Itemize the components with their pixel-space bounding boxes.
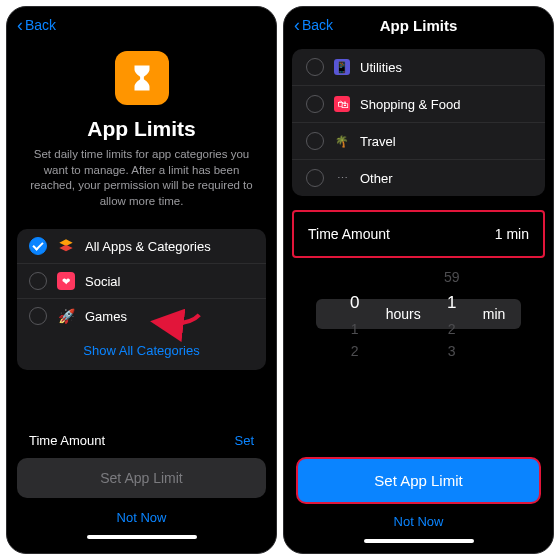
- picker-dim: 2: [328, 340, 382, 362]
- minutes-value: 1: [425, 288, 479, 318]
- category-row-other[interactable]: ⋯ Other: [292, 159, 545, 196]
- time-amount-row[interactable]: Time Amount 1 min: [292, 210, 545, 258]
- hours-value: 0: [328, 288, 382, 318]
- time-amount-row[interactable]: Time Amount Set: [17, 427, 266, 458]
- back-button[interactable]: ‹ Back: [17, 16, 56, 34]
- category-label: Utilities: [360, 60, 402, 75]
- not-now-link[interactable]: Not Now: [290, 512, 547, 533]
- nav-bar: ‹ Back: [7, 7, 276, 43]
- content: 📱 Utilities 🛍 Shopping & Food 🌴 Travel ⋯…: [284, 43, 553, 553]
- picker-dim: 59: [425, 266, 479, 288]
- other-icon: ⋯: [334, 170, 350, 186]
- footer: Time Amount Set Set App Limit Not Now: [7, 417, 276, 553]
- show-all-categories-link[interactable]: Show All Categories: [17, 333, 266, 370]
- not-now-link[interactable]: Not Now: [17, 508, 266, 529]
- radio-icon: [306, 169, 324, 187]
- page-title: App Limits: [25, 117, 258, 141]
- time-amount-value: 1 min: [495, 226, 529, 242]
- page-subtitle: Set daily time limits for app categories…: [25, 147, 258, 209]
- category-row-social[interactable]: ❤ Social: [17, 263, 266, 298]
- set-app-limit-button[interactable]: Set App Limit: [296, 457, 541, 504]
- home-indicator[interactable]: [364, 539, 474, 543]
- games-icon: 🚀: [57, 307, 75, 325]
- content: App Limits Set daily time limits for app…: [7, 43, 276, 553]
- hero: App Limits Set daily time limits for app…: [7, 43, 276, 221]
- back-label: Back: [25, 17, 56, 33]
- radio-icon: [306, 58, 324, 76]
- minutes-label: min: [479, 306, 510, 322]
- category-row-travel[interactable]: 🌴 Travel: [292, 122, 545, 159]
- category-label: Travel: [360, 134, 396, 149]
- time-set-link[interactable]: Set: [234, 433, 254, 448]
- category-row-games[interactable]: 🚀 Games: [17, 298, 266, 333]
- travel-icon: 🌴: [334, 133, 350, 149]
- radio-icon: [306, 95, 324, 113]
- stack-icon: [57, 237, 75, 255]
- radio-icon: [29, 272, 47, 290]
- category-label: All Apps & Categories: [85, 239, 211, 254]
- chevron-left-icon: ‹: [17, 16, 23, 34]
- radio-icon: [306, 132, 324, 150]
- social-icon: ❤: [57, 272, 75, 290]
- category-label: Other: [360, 171, 393, 186]
- picker-dim: 1: [328, 318, 382, 340]
- time-amount-label: Time Amount: [29, 433, 105, 448]
- hours-column[interactable]: 0 1 2: [328, 266, 382, 362]
- category-list: All Apps & Categories ❤ Social 🚀 Games S…: [17, 229, 266, 370]
- phone-right: ‹ Back App Limits 📱 Utilities 🛍 Shopping…: [283, 6, 554, 554]
- category-row-shopping[interactable]: 🛍 Shopping & Food: [292, 85, 545, 122]
- picker-dim: 3: [425, 340, 479, 362]
- home-indicator[interactable]: [87, 535, 197, 539]
- category-label: Social: [85, 274, 120, 289]
- category-label: Shopping & Food: [360, 97, 460, 112]
- category-row-all[interactable]: All Apps & Categories: [17, 229, 266, 263]
- category-row-utilities[interactable]: 📱 Utilities: [292, 49, 545, 85]
- chevron-left-icon: ‹: [294, 16, 300, 34]
- back-label: Back: [302, 17, 333, 33]
- picker-dim: 2: [425, 318, 479, 340]
- minutes-column[interactable]: 59 1 2 3: [425, 266, 479, 362]
- back-button[interactable]: ‹ Back: [294, 16, 333, 34]
- time-amount-label: Time Amount: [308, 226, 390, 242]
- utilities-icon: 📱: [334, 59, 350, 75]
- nav-bar: ‹ Back App Limits: [284, 7, 553, 43]
- shopping-icon: 🛍: [334, 96, 350, 112]
- radio-checked-icon: [29, 237, 47, 255]
- hourglass-icon: [115, 51, 169, 105]
- time-picker[interactable]: 0 1 2 hours 59 1 2 3 min: [284, 268, 553, 360]
- footer: Set App Limit Not Now: [284, 451, 553, 553]
- radio-icon: [29, 307, 47, 325]
- hours-label: hours: [382, 306, 425, 322]
- category-list: 📱 Utilities 🛍 Shopping & Food 🌴 Travel ⋯…: [292, 49, 545, 196]
- phone-left: ‹ Back App Limits Set daily time limits …: [6, 6, 277, 554]
- picker-dim: [328, 266, 382, 288]
- category-label: Games: [85, 309, 127, 324]
- set-app-limit-button-disabled: Set App Limit: [17, 458, 266, 498]
